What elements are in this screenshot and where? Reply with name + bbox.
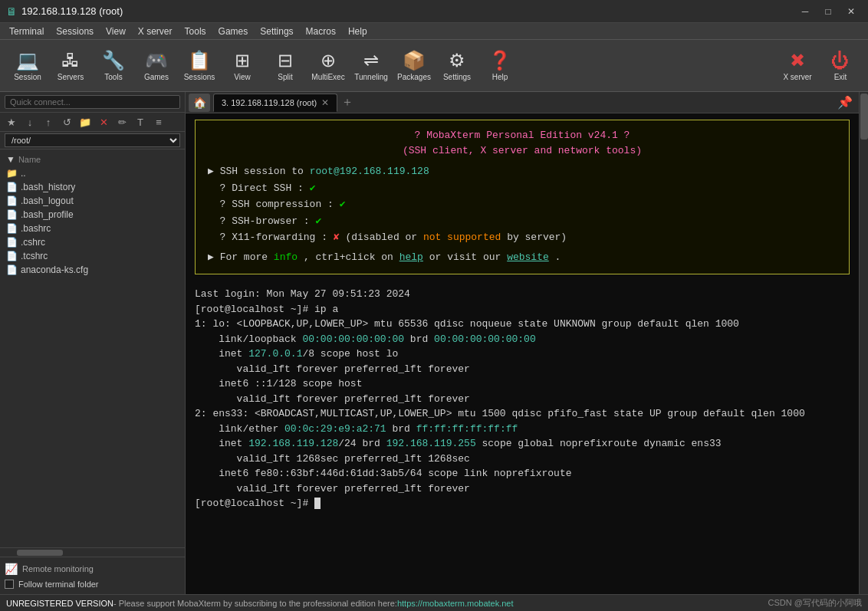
tab-label: 3. 192.168.119.128 (root) — [222, 98, 317, 107]
sidebar-delete-button[interactable]: ✕ — [95, 114, 112, 130]
menu-terminal[interactable]: Terminal — [3, 25, 50, 38]
terminal-content[interactable]: ? MobaXterm Personal Edition v24.1 ? (SS… — [186, 113, 859, 594]
toolbar-servers-button[interactable]: 🖧 Servers — [49, 43, 92, 89]
folder-icon: 📁 — [6, 168, 18, 179]
status-right: CSDN @写代码的小阿哦 — [768, 597, 862, 609]
menu-tools[interactable]: Tools — [179, 25, 212, 38]
tab-close-button[interactable]: ✕ — [321, 97, 329, 108]
terminal-vscrollbar[interactable] — [859, 92, 868, 594]
file-icon: 📄 — [6, 195, 18, 206]
file-icon: 📄 — [6, 251, 18, 261]
footer-web-link[interactable]: website — [507, 251, 549, 263]
tab-bar-right: 📌 — [356, 95, 856, 110]
sidebar-star-button[interactable]: ★ — [3, 114, 20, 130]
status-unreg: UNREGISTERED VERSION — [6, 599, 113, 608]
sidebar-hscrollbar[interactable] — [0, 547, 185, 557]
follow-folder-checkbox[interactable] — [5, 580, 14, 589]
toolbar-split-button[interactable]: ⊟ Split — [264, 43, 307, 89]
footer-mid: , ctrl+click on — [304, 251, 399, 263]
sidebar-more-button[interactable]: ≡ — [150, 114, 167, 130]
toolbar-help-button[interactable]: ❓ Help — [478, 43, 521, 89]
sidebar-refresh-button[interactable]: ↺ — [58, 114, 75, 130]
group-label: Name — [18, 155, 41, 164]
toolbar-tunneling-button[interactable]: ⇌ Tunneling — [350, 43, 393, 89]
tab-ssh[interactable]: 3. 192.168.119.128 (root) ✕ — [213, 94, 337, 112]
menu-xserver[interactable]: X server — [132, 25, 179, 38]
info-title: ? MobaXterm Personal Edition v24.1 ? — [208, 128, 837, 143]
x11-extra: (disabled or — [345, 232, 422, 243]
toolbar-multiexec-button[interactable]: ⊕ MultiExec — [307, 43, 350, 89]
sidebar-edit-button[interactable]: ✏ — [113, 114, 130, 130]
list-item[interactable]: 📄 .bash_history — [0, 180, 185, 194]
toolbar-sessions-button[interactable]: 📋 Sessions — [178, 43, 221, 89]
menu-settings[interactable]: Settings — [254, 25, 299, 38]
toolbar-settings-button[interactable]: ⚙ Settings — [436, 43, 478, 89]
toolbar-tools-label: Tools — [104, 73, 122, 81]
output-line-6: valid_lft forever preferred_lft forever — [195, 392, 850, 407]
toolbar-packages-label: Packages — [397, 73, 431, 81]
menu-games[interactable]: Games — [212, 25, 255, 38]
toolbar-exit-button[interactable]: ⏻ Exit — [819, 43, 862, 89]
tab-bar: 🏠 3. 192.168.119.128 (root) ✕ ＋ 📌 — [186, 92, 859, 113]
toolbar-packages-button[interactable]: 📦 Packages — [393, 43, 436, 89]
output-line-12: valid_lft forever preferred_lft forever — [195, 481, 850, 497]
footer-end: . — [555, 251, 561, 263]
vscrollbar-thumb[interactable] — [860, 94, 868, 140]
remote-monitoring-button[interactable]: 📈 Remote monitoring — [5, 560, 180, 577]
toolbar-sessions-label: Sessions — [184, 73, 215, 81]
file-icon: 📄 — [6, 182, 18, 192]
toolbar-tools-button[interactable]: 🔧 Tools — [92, 43, 135, 89]
new-tab-button[interactable]: ＋ — [339, 94, 356, 111]
list-item[interactable]: 📄 .cshrc — [0, 235, 185, 249]
list-item[interactable]: 📄 .bashrc — [0, 222, 185, 235]
x11-row: ? X11-forwarding : ✘ (disabled or not su… — [208, 230, 837, 245]
sidebar-download-button[interactable]: ↓ — [21, 114, 38, 130]
file-name: .bash_logout — [21, 195, 74, 206]
output-line-1: 1: lo: <LOOPBACK,UP,LOWER_UP> mtu 65536 … — [195, 317, 850, 332]
list-item[interactable]: 📄 .bash_profile — [0, 208, 185, 222]
toolbar-games-label: Games — [144, 73, 169, 81]
direct-ssh-val: ✔ — [310, 182, 316, 194]
sidebar-path: /root/ — [0, 132, 185, 149]
toolbar-games-button[interactable]: 🎮 Games — [135, 43, 178, 89]
menu-help[interactable]: Help — [342, 25, 373, 38]
command1: ip a — [314, 304, 338, 315]
quick-connect-input[interactable] — [5, 95, 180, 109]
sidebar-search-area — [0, 92, 185, 113]
file-icon: 📄 — [6, 237, 18, 248]
tunneling-icon: ⇌ — [363, 50, 379, 71]
maximize-button[interactable]: □ — [817, 3, 839, 20]
close-button[interactable]: ✕ — [840, 3, 862, 20]
follow-folder-toggle[interactable]: Follow terminal folder — [5, 577, 180, 591]
footer-help-link[interactable]: help — [399, 251, 423, 263]
list-item[interactable]: 📄 .bash_logout — [0, 194, 185, 208]
sidebar-upload-button[interactable]: ↑ — [40, 114, 57, 130]
toolbar: 💻 Session 🖧 Servers 🔧 Tools 🎮 Games 📋 Se… — [0, 40, 868, 92]
toolbar-multiexec-label: MultiExec — [311, 73, 344, 81]
list-item[interactable]: 📄 .tcshrc — [0, 249, 185, 263]
list-item[interactable]: 📁 .. — [0, 166, 185, 180]
direct-ssh-label: ? Direct SSH : — [208, 182, 310, 194]
path-select[interactable]: /root/ — [5, 133, 180, 147]
menu-macros[interactable]: Macros — [300, 25, 342, 38]
menu-sessions[interactable]: Sessions — [50, 25, 100, 38]
status-link[interactable]: https://mobaxterm.mobatek.net — [397, 599, 514, 608]
sidebar-folder-button[interactable]: 📁 — [77, 114, 94, 130]
menu-view[interactable]: View — [100, 25, 132, 38]
toolbar-xserver-button[interactable]: ✖ X server — [776, 43, 819, 89]
list-item[interactable]: 📄 anaconda-ks.cfg — [0, 263, 185, 277]
servers-icon: 🖧 — [61, 50, 80, 71]
packages-icon: 📦 — [403, 50, 426, 71]
home-button[interactable]: 🏠 — [189, 94, 210, 112]
toolbar-session-label: Session — [14, 73, 41, 81]
toolbar-servers-label: Servers — [58, 73, 84, 81]
toolbar-session-button[interactable]: 💻 Session — [6, 43, 49, 89]
browser-row: ? SSH-browser : ✔ — [208, 214, 837, 229]
games-icon: 🎮 — [145, 50, 168, 71]
cursor — [314, 498, 321, 509]
toolbar-view-button[interactable]: ⊞ View — [221, 43, 264, 89]
hscrollbar-thumb[interactable] — [17, 550, 63, 556]
minimize-button[interactable]: ─ — [794, 3, 816, 20]
session-icon: 💻 — [16, 50, 39, 71]
sidebar-text-button[interactable]: T — [132, 114, 149, 130]
